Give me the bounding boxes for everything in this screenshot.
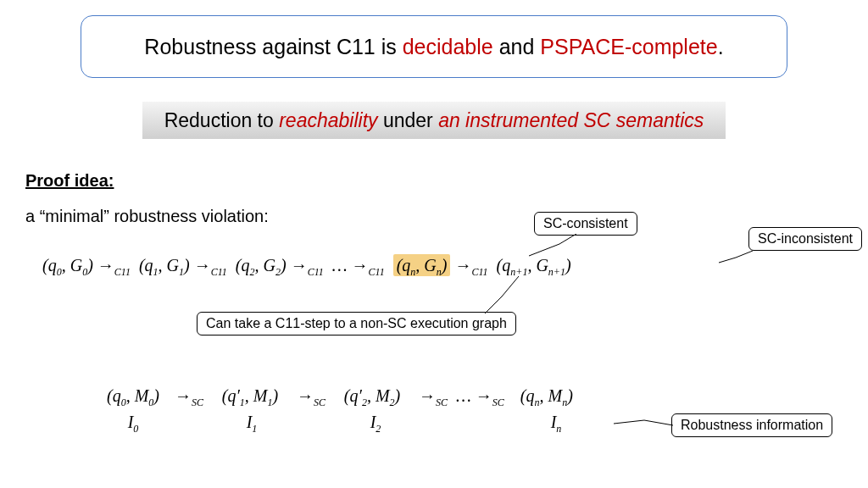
sc-inconsistent-callout: SC-inconsistent xyxy=(748,227,862,251)
highlighted-state: (qn, Gn) xyxy=(393,254,451,276)
subtitle-text: Reduction to reachability under an instr… xyxy=(164,109,704,132)
proof-idea-heading: Proof idea: xyxy=(25,171,114,191)
sc-trace-chain: (q0, M0)→SC(q′1, M1)→SC(q′2, M2)→SC … →S… xyxy=(92,386,598,435)
minimal-text: a “minimal” robustness violation: xyxy=(25,207,269,226)
sc-consistent-connector xyxy=(526,234,593,259)
i-labels-row: I0I1I2In xyxy=(92,413,598,435)
sc-consistent-callout: SC-consistent xyxy=(534,212,637,236)
robustness-info-connector xyxy=(614,419,673,430)
robustness-info-callout: Robustness information xyxy=(671,413,832,437)
title-box: Robustness against C11 is decidable and … xyxy=(81,15,787,78)
c11-trace-chain: (q0, G0) →C11 (q1, G1) →C11 (q2, G2) →C1… xyxy=(42,256,571,279)
sc-inconsistent-connector xyxy=(719,251,770,268)
title-text: Robustness against C11 is decidable and … xyxy=(144,35,723,59)
can-take-connector xyxy=(485,276,536,315)
can-take-callout: Can take a C11-step to a non-SC executio… xyxy=(197,312,516,336)
subtitle-box: Reduction to reachability under an instr… xyxy=(142,102,726,139)
